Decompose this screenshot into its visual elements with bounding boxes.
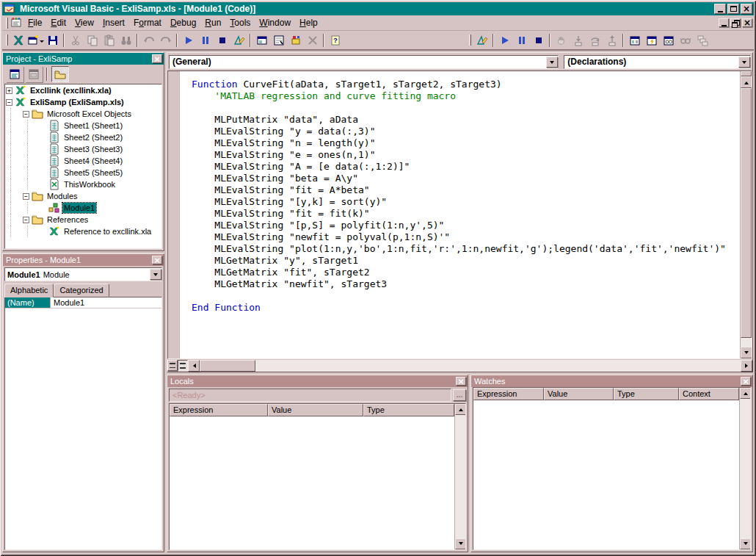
tab-categorized[interactable]: Categorized — [54, 284, 109, 297]
column-header-expression[interactable]: Expression — [473, 388, 544, 400]
locals-grid-body[interactable] — [170, 416, 454, 549]
vertical-scrollbar[interactable] — [739, 388, 750, 549]
locals-titlebar[interactable]: Locals — [167, 375, 468, 387]
properties-panel-titlebar[interactable]: Properties - Module1 — [3, 254, 164, 266]
reset-button[interactable] — [214, 32, 230, 48]
horizontal-scrollbar[interactable] — [188, 360, 752, 372]
menu-format[interactable]: Format — [129, 16, 166, 29]
property-value-cell[interactable]: Module1 — [51, 297, 161, 308]
insert-userform-button[interactable] — [27, 32, 44, 48]
collapse-icon[interactable]: − — [23, 217, 29, 223]
tree-item-microsoft-excel-objects[interactable]: −Microsoft Excel Objects — [5, 108, 161, 120]
scroll-up-icon[interactable] — [455, 404, 466, 415]
scrollbar-track[interactable] — [740, 399, 750, 538]
menu-window[interactable]: Window — [255, 16, 295, 29]
column-header-value[interactable]: Value — [268, 404, 363, 416]
reset-button[interactable] — [530, 32, 547, 48]
column-header-value[interactable]: Value — [544, 388, 614, 400]
tree-item-references[interactable]: −References — [5, 214, 161, 225]
collapse-icon[interactable]: − — [23, 111, 29, 118]
chevron-down-icon[interactable] — [150, 269, 161, 280]
object-browser-button[interactable] — [287, 32, 304, 48]
save-button[interactable] — [44, 32, 61, 48]
code-editor[interactable]: Function CurveFit(aData, sTarget1, sTarg… — [180, 71, 740, 358]
object-selector-dropdown[interactable]: Module1 Module — [4, 267, 162, 281]
menu-debug[interactable]: Debug — [166, 16, 200, 29]
minimize-button[interactable] — [714, 4, 726, 14]
scroll-up-icon[interactable] — [741, 76, 752, 88]
menu-insert[interactable]: Insert — [98, 16, 129, 29]
debug-toolbar-grip[interactable] — [469, 35, 471, 46]
procedure-view-button[interactable] — [167, 360, 178, 371]
properties-window-button[interactable] — [270, 32, 287, 48]
locals-window-button[interactable] — [626, 32, 643, 48]
scroll-right-icon[interactable] — [741, 360, 752, 372]
vertical-scrollbar[interactable] — [740, 71, 752, 358]
close-icon[interactable] — [152, 54, 162, 63]
close-button[interactable]: × — [741, 4, 752, 14]
expand-icon[interactable]: + — [6, 87, 12, 94]
watches-grid-body[interactable] — [473, 400, 739, 549]
scroll-left-icon[interactable] — [188, 360, 200, 372]
tree-item-sheet3-sheet3[interactable]: Sheet3 (Sheet3) — [5, 143, 161, 155]
margin-indicator-bar[interactable] — [168, 71, 180, 358]
collapse-icon[interactable]: − — [23, 193, 29, 200]
menu-tools[interactable]: Tools — [225, 16, 255, 29]
project-panel-titlebar[interactable]: Project - ExliSamp — [3, 53, 164, 65]
object-dropdown[interactable]: (General) — [169, 55, 559, 69]
standard-toolbar-grip[interactable] — [6, 35, 8, 46]
module-window-icon[interactable] — [10, 17, 22, 29]
restore-button[interactable] — [730, 18, 741, 27]
scroll-down-icon[interactable] — [741, 347, 752, 358]
tree-item-excllink-excllink-xla[interactable]: +Excllink (excllink.xla) — [5, 84, 161, 96]
immediate-window-button[interactable] — [643, 32, 660, 48]
tree-item-thisworkbook[interactable]: ThisWorkbook — [5, 178, 161, 190]
column-header-context[interactable]: Context — [679, 388, 739, 400]
close-button[interactable]: × — [742, 18, 752, 27]
tree-item-modules[interactable]: −Modules — [5, 190, 161, 202]
tree-item-reference-to-excllink-xla[interactable]: Reference to excllink.xla — [5, 225, 161, 237]
maximize-button[interactable] — [727, 4, 739, 14]
vertical-scrollbar[interactable] — [454, 404, 465, 549]
minimize-button[interactable] — [719, 18, 729, 27]
property-name-cell[interactable]: (Name) — [5, 297, 51, 308]
design-mode-button[interactable] — [230, 32, 247, 48]
tree-item-sheet2-sheet2[interactable]: Sheet2 (Sheet2) — [5, 131, 161, 143]
watch-window-button[interactable] — [660, 32, 677, 48]
scrollbar-thumb[interactable] — [741, 88, 752, 338]
close-icon[interactable] — [741, 377, 751, 386]
help-button[interactable]: ? — [327, 32, 344, 48]
scrollbar-track[interactable] — [455, 415, 465, 538]
column-header-type[interactable]: Type — [614, 388, 679, 400]
watches-titlebar[interactable]: Watches — [471, 375, 752, 387]
menu-help[interactable]: Help — [295, 16, 322, 29]
scroll-up-icon[interactable] — [740, 388, 751, 399]
column-header-type[interactable]: Type — [363, 404, 454, 416]
run-button[interactable] — [496, 32, 513, 48]
close-icon[interactable] — [456, 377, 466, 386]
chevron-down-icon[interactable] — [546, 57, 558, 68]
collapse-icon[interactable]: − — [6, 99, 12, 106]
tree-item-exlisamp-exlisamp-xls[interactable]: −ExliSamp (ExliSamp.xls) — [5, 96, 161, 108]
menu-view[interactable]: View — [70, 16, 98, 29]
tree-item-sheet5-sheet5[interactable]: Sheet5 (Sheet5) — [5, 167, 161, 178]
view-microsoft-excel-button[interactable] — [10, 32, 27, 48]
tree-item-module1[interactable]: Module1 — [5, 202, 161, 214]
scroll-down-icon[interactable] — [740, 538, 751, 549]
break-button[interactable] — [513, 32, 530, 48]
procedure-dropdown[interactable]: (Declarations) — [564, 55, 751, 69]
tree-item-sheet4-sheet4[interactable]: Sheet4 (Sheet4) — [5, 155, 161, 167]
tab-alphabetic[interactable]: Alphabetic — [4, 284, 54, 297]
run-button[interactable] — [180, 32, 197, 48]
chevron-down-icon[interactable] — [738, 57, 750, 68]
menu-edit[interactable]: Edit — [46, 16, 70, 29]
tree-item-sheet1-sheet1[interactable]: Sheet1 (Sheet1) — [5, 120, 161, 131]
toggle-folders-button[interactable] — [51, 66, 69, 82]
break-button[interactable] — [197, 32, 214, 48]
scrollbar-track[interactable] — [255, 360, 741, 372]
design-mode-button[interactable] — [473, 32, 490, 48]
full-module-view-button[interactable] — [178, 360, 188, 371]
scrollbar-track[interactable] — [741, 338, 752, 347]
splitter-handle[interactable] — [741, 71, 752, 76]
view-code-button[interactable] — [6, 66, 23, 82]
